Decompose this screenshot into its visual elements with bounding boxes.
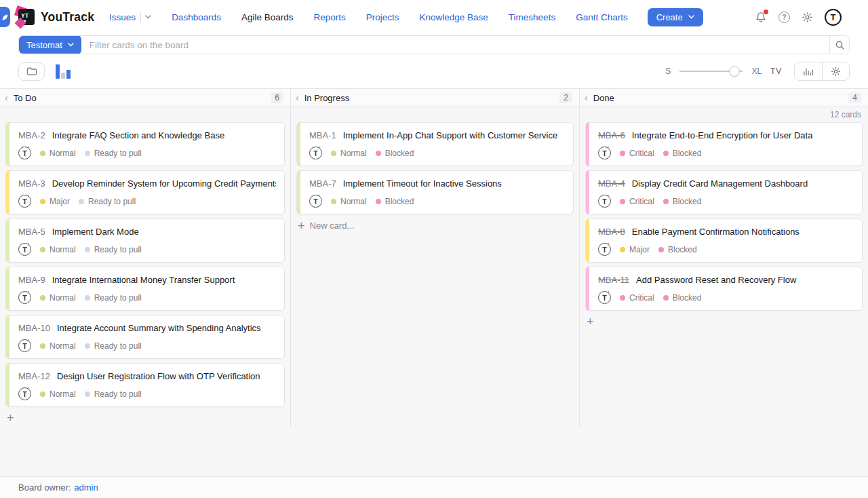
chevron-down-icon[interactable] (145, 15, 151, 19)
priority-field[interactable]: Major (620, 245, 650, 254)
priority-field[interactable]: Normal (40, 245, 76, 254)
state-field[interactable]: Blocked (376, 197, 414, 206)
board-settings-button[interactable] (822, 62, 849, 80)
filter-input[interactable] (81, 40, 829, 50)
card-id[interactable]: MBA-5 (18, 227, 45, 237)
state-field[interactable]: Ready to pull (85, 149, 142, 158)
priority-field[interactable]: Normal (40, 341, 76, 351)
card-id[interactable]: MBA-2 (18, 130, 45, 140)
nav-item-gantt-charts[interactable]: Gantt Charts (576, 12, 628, 22)
state-field[interactable]: Ready to pull (85, 245, 142, 254)
youtrack-logo[interactable]: YT YouTrack (18, 9, 94, 25)
card-id[interactable]: MBA-7 (309, 178, 336, 189)
user-avatar[interactable]: T (825, 9, 842, 26)
settings-button[interactable] (802, 12, 813, 23)
state-field[interactable]: Ready to pull (85, 341, 142, 351)
board-card[interactable]: MBA-3 Develop Reminder System for Upcomi… (5, 170, 285, 214)
card-id[interactable]: MBA-10 (18, 323, 50, 333)
help-button[interactable]: ? (778, 12, 790, 23)
chart-view-button[interactable] (795, 62, 822, 80)
notifications-button[interactable] (755, 11, 767, 24)
state-field[interactable]: Blocked (663, 149, 702, 158)
card-id[interactable]: MBA-6 (598, 130, 625, 140)
priority-field[interactable]: Normal (40, 149, 76, 158)
cards-list: MBA-2 Integrate FAQ Section and Knowledg… (0, 122, 290, 407)
priority-field[interactable]: Normal (331, 197, 367, 206)
state-field[interactable]: Blocked (658, 245, 697, 254)
board-card[interactable]: MBA-2 Integrate FAQ Section and Knowledg… (5, 122, 285, 166)
assignee-avatar: T (18, 339, 31, 352)
priority-field[interactable]: Critical (620, 197, 654, 206)
priority-field[interactable]: Major (40, 197, 70, 206)
card-id[interactable]: MBA-3 (18, 178, 45, 189)
state-field[interactable]: Blocked (376, 149, 414, 158)
nav-item-reports[interactable]: Reports (313, 12, 345, 22)
card-title: Implement Timeout for Inactive Sessions (343, 178, 502, 189)
filter-field[interactable]: Testomat (18, 35, 850, 54)
priority-dot (620, 295, 625, 301)
board-card[interactable]: MBA-12 Design User Registration Flow wit… (5, 363, 285, 407)
card-id[interactable]: MBA-1 (309, 130, 336, 140)
nav-separator (140, 12, 141, 22)
nav-item-dashboards[interactable]: Dashboards (172, 12, 221, 22)
collapse-column-icon[interactable]: ‹ (5, 93, 8, 102)
nav-item-timesheets[interactable]: Timesheets (509, 12, 555, 22)
card-id[interactable]: MBA-8 (598, 227, 625, 237)
card-id[interactable]: MBA-11 (598, 275, 629, 285)
card-id[interactable]: MBA-12 (18, 371, 50, 381)
state-field[interactable]: Ready to pull (85, 389, 142, 399)
priority-field[interactable]: Critical (620, 149, 654, 158)
nav-item-issues[interactable]: Issues (109, 12, 136, 22)
board-owner-link[interactable]: admin (74, 482, 98, 493)
board-card[interactable]: MBA-6 Integrate End-to-End Encryption fo… (585, 122, 863, 166)
state-field[interactable]: Ready to pull (79, 197, 136, 206)
card-id[interactable]: MBA-4 (598, 178, 625, 189)
state-field[interactable]: Ready to pull (85, 293, 142, 303)
board-card[interactable]: MBA-11 Add Password Reset and Recovery F… (585, 267, 863, 311)
board-columns-icon[interactable] (54, 62, 73, 81)
board-card[interactable]: MBA-7 Implement Timeout for Inactive Ses… (296, 170, 574, 214)
column-header-done: ‹ Done 4 (579, 89, 868, 107)
collapse-column-icon[interactable]: ‹ (585, 93, 588, 102)
nav-item-agile-boards[interactable]: Agile Boards (241, 12, 294, 22)
collapse-column-icon[interactable]: ‹ (296, 93, 299, 102)
create-button[interactable]: Create (648, 8, 703, 26)
nav-cell: Knowledge Base (420, 12, 488, 22)
nav-item-projects[interactable]: Projects (366, 12, 399, 22)
slider-knob[interactable] (729, 66, 740, 77)
assignee-avatar: T (18, 387, 31, 400)
new-card-button[interactable]: + (7, 413, 19, 423)
board-card[interactable]: MBA-1 Implement In-App Chat Support with… (296, 122, 574, 166)
assignee-avatar: T (18, 291, 31, 304)
priority-field[interactable]: Normal (40, 389, 76, 399)
priority-field[interactable]: Normal (331, 149, 367, 158)
new-card-button[interactable]: + (587, 317, 599, 326)
toolbar-right: S XL TV (665, 62, 850, 81)
helpdesk-quill-tab[interactable] (0, 7, 10, 27)
board-card[interactable]: MBA-9 Integrate International Money Tran… (5, 267, 285, 311)
card-title: Display Credit Card Management Dashboard (632, 178, 808, 189)
board-card[interactable]: MBA-8 Enable Payment Confirmation Notifi… (585, 218, 863, 263)
nav-item-knowledge-base[interactable]: Knowledge Base (420, 12, 488, 22)
board-card[interactable]: MBA-10 Integrate Account Summary with Sp… (5, 315, 285, 359)
column-in-progress: MBA-1 Implement In-App Chat Support with… (290, 107, 579, 427)
search-button[interactable] (829, 36, 849, 54)
card-title: Integrate Account Summary with Spending … (57, 323, 261, 333)
state-dot (85, 151, 90, 156)
card-title: Develop Reminder System for Upcoming Cre… (52, 178, 276, 189)
priority-field[interactable]: Normal (40, 293, 76, 303)
board-card[interactable]: MBA-4 Display Credit Card Management Das… (585, 170, 863, 214)
chevron-down-icon (688, 15, 694, 19)
backlog-button[interactable] (18, 62, 45, 81)
card-size-slider[interactable] (679, 66, 743, 77)
state-field[interactable]: Blocked (663, 197, 702, 206)
tv-mode-button[interactable]: TV (770, 66, 782, 76)
board-selector-button[interactable]: Testomat (19, 35, 81, 54)
priority-field[interactable]: Critical (620, 293, 654, 303)
board-card[interactable]: MBA-5 Implement Dark Mode T Normal Ready… (5, 218, 285, 263)
new-card-button[interactable]: + New card... (298, 221, 354, 231)
card-id[interactable]: MBA-9 (18, 275, 45, 285)
priority-dot (331, 151, 336, 156)
gear-icon (802, 12, 813, 23)
state-field[interactable]: Blocked (663, 293, 702, 303)
